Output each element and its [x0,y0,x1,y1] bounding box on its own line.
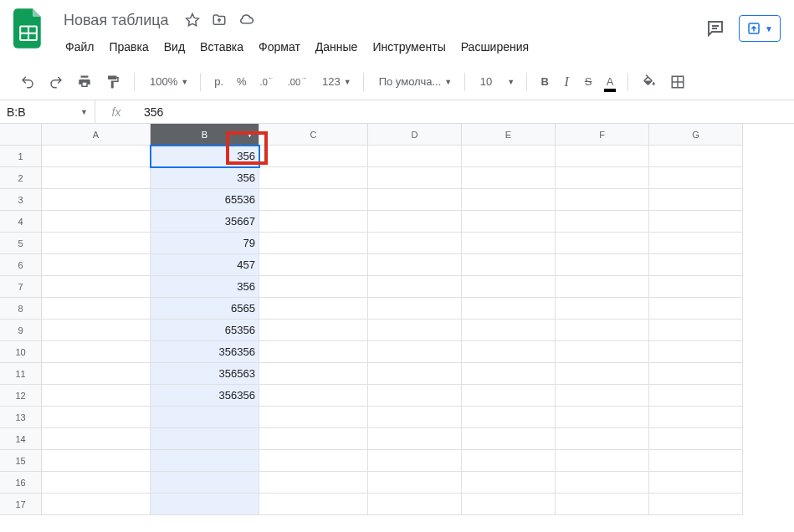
row-header-14[interactable]: 14 [0,428,42,450]
row-header-5[interactable]: 5 [0,233,42,254]
column-header-D[interactable]: D [368,124,462,146]
row-header-12[interactable]: 12 [0,385,42,407]
cell-B2[interactable]: 356 [151,167,259,189]
cell-G7[interactable] [649,276,743,298]
cell-G12[interactable] [649,385,743,407]
column-header-E[interactable]: E [462,124,556,146]
font-size-dropdown[interactable]: 10▼ [474,72,518,91]
cell-E7[interactable] [462,276,556,298]
cell-F6[interactable] [556,254,649,276]
cell-B8[interactable]: 6565 [151,298,259,320]
row-header-8[interactable]: 8 [0,298,42,320]
cell-C3[interactable] [259,189,368,211]
row-header-9[interactable]: 9 [0,320,42,341]
cell-F1[interactable] [556,146,649,167]
cell-D8[interactable] [368,298,462,320]
cell-A9[interactable] [42,320,151,341]
cell-D14[interactable] [368,428,462,450]
cell-F2[interactable] [556,167,649,189]
fill-color-button[interactable] [637,70,662,94]
percent-button[interactable]: % [232,70,252,94]
cell-C10[interactable] [259,341,368,363]
row-header-11[interactable]: 11 [0,363,42,385]
increase-decimal-button[interactable]: .00→ [283,70,312,94]
menu-edit[interactable]: Правка [102,37,155,57]
cell-A3[interactable] [42,189,151,211]
column-header-F[interactable]: F [556,124,649,146]
cell-C8[interactable] [259,298,368,320]
cell-D4[interactable] [368,211,462,233]
cell-C9[interactable] [259,320,368,341]
cell-G13[interactable] [649,407,743,428]
cell-D6[interactable] [368,254,462,276]
italic-button[interactable]: I [557,70,576,94]
row-header-10[interactable]: 10 [0,341,42,363]
cell-F12[interactable] [556,385,649,407]
cell-E2[interactable] [462,167,556,189]
number-format-dropdown[interactable]: 123▼ [315,72,355,91]
cell-B9[interactable]: 65356 [151,320,259,341]
font-dropdown[interactable]: По умолча...▼ [372,72,456,91]
column-header-C[interactable]: C [259,124,368,146]
cell-A4[interactable] [42,211,151,233]
cell-D13[interactable] [368,407,462,428]
cell-A12[interactable] [42,385,151,407]
cell-C1[interactable] [259,146,368,167]
cell-G4[interactable] [649,211,743,233]
cell-G10[interactable] [649,341,743,363]
select-all-corner[interactable] [0,124,42,146]
cell-D15[interactable] [368,450,462,472]
cell-D17[interactable] [368,494,462,515]
cell-C16[interactable] [259,472,368,494]
cell-A5[interactable] [42,233,151,254]
cell-D1[interactable] [368,146,462,167]
cell-B10[interactable]: 356356 [151,341,259,363]
menu-tools[interactable]: Инструменты [366,37,452,57]
cell-G3[interactable] [649,189,743,211]
row-header-4[interactable]: 4 [0,211,42,233]
cell-C6[interactable] [259,254,368,276]
text-color-button[interactable]: A [601,70,619,94]
cell-D10[interactable] [368,341,462,363]
cell-C2[interactable] [259,167,368,189]
menu-file[interactable]: Файл [59,37,100,57]
column-header-G[interactable]: G [649,124,743,146]
bold-button[interactable]: B [535,70,554,94]
row-header-6[interactable]: 6 [0,254,42,276]
cell-B13[interactable] [151,407,259,428]
cell-F14[interactable] [556,428,649,450]
cell-A14[interactable] [42,428,151,450]
row-header-13[interactable]: 13 [0,407,42,428]
cell-G5[interactable] [649,233,743,254]
row-header-16[interactable]: 16 [0,472,42,494]
cell-F10[interactable] [556,341,649,363]
row-header-7[interactable]: 7 [0,276,42,298]
cell-G15[interactable] [649,450,743,472]
cell-D12[interactable] [368,385,462,407]
cell-D5[interactable] [368,233,462,254]
cell-F9[interactable] [556,320,649,341]
cell-A16[interactable] [42,472,151,494]
cell-D11[interactable] [368,363,462,385]
comments-icon[interactable] [705,18,725,38]
cell-D3[interactable] [368,189,462,211]
undo-button[interactable] [15,70,40,94]
name-box[interactable]: B:B ▼ [0,100,95,123]
paint-format-button[interactable] [100,70,126,94]
cell-B11[interactable]: 356563 [151,363,259,385]
cell-G9[interactable] [649,320,743,341]
cell-F8[interactable] [556,298,649,320]
row-header-2[interactable]: 2 [0,167,42,189]
cell-F4[interactable] [556,211,649,233]
cell-G17[interactable] [649,494,743,515]
share-button[interactable]: ▼ [739,15,781,42]
cell-E10[interactable] [462,341,556,363]
cell-D2[interactable] [368,167,462,189]
star-icon[interactable] [184,12,201,28]
cell-B12[interactable]: 356356 [151,385,259,407]
column-header-A[interactable]: A [42,124,151,146]
cell-B16[interactable] [151,472,259,494]
cell-E11[interactable] [462,363,556,385]
cell-B15[interactable] [151,450,259,472]
cell-E12[interactable] [462,385,556,407]
